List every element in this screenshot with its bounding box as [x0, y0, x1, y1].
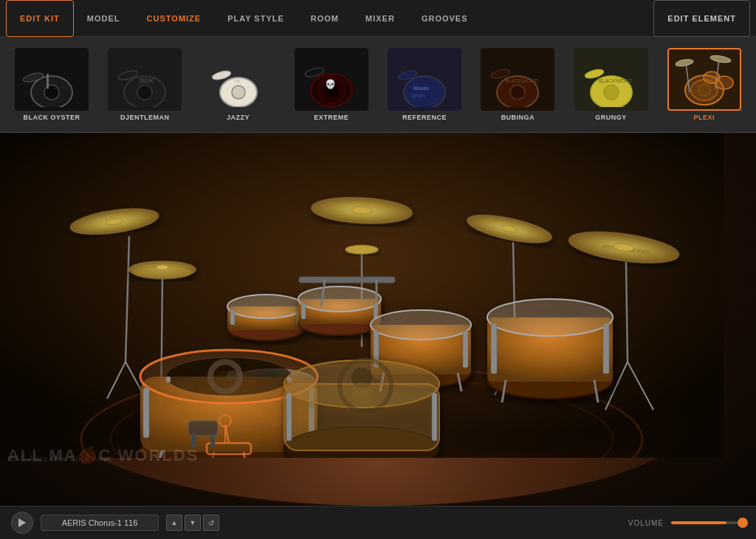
svg-rect-131 — [299, 277, 395, 283]
svg-point-22 — [510, 85, 525, 100]
svg-marker-134 — [18, 518, 26, 527]
svg-rect-71 — [230, 310, 235, 325]
kit-area: VINTAGE SERIES — [0, 133, 756, 506]
svg-point-55 — [346, 245, 378, 254]
track-display: AERIS Chorus-1 116 — [41, 515, 159, 531]
mixer-button[interactable]: MIXER — [352, 0, 408, 37]
svg-rect-3 — [47, 74, 49, 89]
svg-rect-126 — [286, 393, 292, 441]
edit-element-button[interactable]: EDIT ELEMENT — [653, 0, 750, 37]
svg-point-49 — [157, 265, 168, 270]
preset-plexi-label: PLEXI — [694, 114, 715, 121]
svg-point-75 — [298, 286, 381, 312]
svg-text:BLACKWOOD: BLACKWOOD — [505, 78, 539, 83]
svg-point-80 — [371, 310, 471, 340]
top-navigation: EDIT KIT MODEL CUSTOMIZE PLAY STYLE ROOM… — [0, 0, 756, 37]
preset-reference[interactable]: Modo Drum REFERENCE — [380, 48, 469, 121]
customize-button[interactable]: CUSTOMIZE — [134, 0, 215, 37]
bottom-bar: AERIS Chorus-1 116 ▲ ▼ ↺ VOLUME — [0, 506, 756, 539]
svg-rect-89 — [603, 323, 609, 374]
volume-knob[interactable] — [738, 518, 748, 528]
svg-point-70 — [227, 295, 304, 318]
volume-fill — [671, 521, 726, 524]
preset-grungy-label: GRUNGY — [595, 114, 627, 121]
svg-text:Modo: Modo — [413, 85, 429, 92]
svg-rect-127 — [432, 393, 437, 441]
transport-up-button[interactable]: ▲ — [166, 515, 182, 531]
svg-text:m: m — [235, 78, 240, 84]
svg-rect-77 — [374, 303, 378, 319]
volume-label: VOLUME — [628, 519, 664, 527]
volume-slider[interactable] — [671, 521, 745, 524]
drum-kit-display: VINTAGE SERIES — [0, 133, 756, 506]
svg-rect-108 — [143, 388, 149, 438]
svg-point-125 — [351, 382, 372, 403]
svg-rect-130 — [210, 433, 215, 447]
transport-down-button[interactable]: ▼ — [185, 515, 201, 531]
preset-djentleman-label: DJENTLEMAN — [120, 114, 170, 121]
svg-point-31 — [698, 84, 710, 96]
svg-rect-129 — [192, 433, 196, 447]
svg-rect-110 — [166, 377, 171, 382]
svg-rect-76 — [301, 303, 306, 319]
svg-text:Drum: Drum — [412, 93, 425, 98]
preset-black-oyster[interactable]: BLACK OYSTER — [7, 48, 96, 121]
preset-extreme[interactable]: 💀 EXTREME — [287, 48, 376, 121]
svg-text:BLACKWOOD: BLACKWOOD — [599, 78, 633, 83]
svg-text:💀: 💀 — [325, 78, 336, 89]
preset-reference-label: REFERENCE — [402, 114, 447, 121]
transport-controls: ▲ ▼ ↺ — [166, 515, 219, 531]
preset-plexi[interactable]: PLEXI — [660, 48, 749, 121]
preset-grungy[interactable]: BLACKWOOD GRUNGY — [567, 48, 656, 121]
svg-rect-82 — [463, 331, 468, 368]
presets-strip: BLACK OYSTER BDK DJENTLEMAN m JAZZY — [0, 37, 756, 133]
svg-text:BDK: BDK — [140, 77, 154, 84]
svg-point-33 — [675, 58, 693, 67]
preset-black-oyster-label: BLACK OYSTER — [24, 114, 80, 121]
preset-jazzy[interactable]: m JAZZY — [194, 48, 283, 121]
play-button[interactable] — [11, 512, 33, 534]
svg-point-107 — [227, 371, 238, 382]
watermark-subtext: MAC Apps One Click Away — [7, 455, 113, 463]
svg-point-35 — [709, 55, 731, 64]
preset-bubinga[interactable]: BLACKWOOD BUBINGA — [473, 48, 562, 121]
svg-point-5 — [137, 85, 152, 100]
room-button[interactable]: ROOM — [298, 0, 352, 37]
svg-point-9 — [232, 86, 245, 99]
volume-track — [671, 521, 745, 524]
grooves-button[interactable]: GROOVES — [408, 0, 481, 37]
svg-point-87 — [487, 299, 613, 336]
edit-kit-button[interactable]: EDIT KIT — [6, 0, 74, 37]
preset-jazzy-label: JAZZY — [227, 114, 250, 121]
svg-rect-88 — [491, 323, 497, 374]
play-style-button[interactable]: PLAY STYLE — [214, 0, 298, 37]
svg-point-26 — [604, 85, 619, 100]
svg-point-17 — [404, 76, 445, 107]
preset-extreme-label: EXTREME — [314, 114, 348, 121]
preset-bubinga-label: BUBINGA — [501, 114, 535, 121]
transport-refresh-button[interactable]: ↺ — [203, 515, 219, 531]
svg-point-37 — [715, 76, 733, 89]
model-button[interactable]: MODEL — [74, 0, 134, 37]
preset-djentleman[interactable]: BDK DJENTLEMAN — [100, 48, 189, 121]
